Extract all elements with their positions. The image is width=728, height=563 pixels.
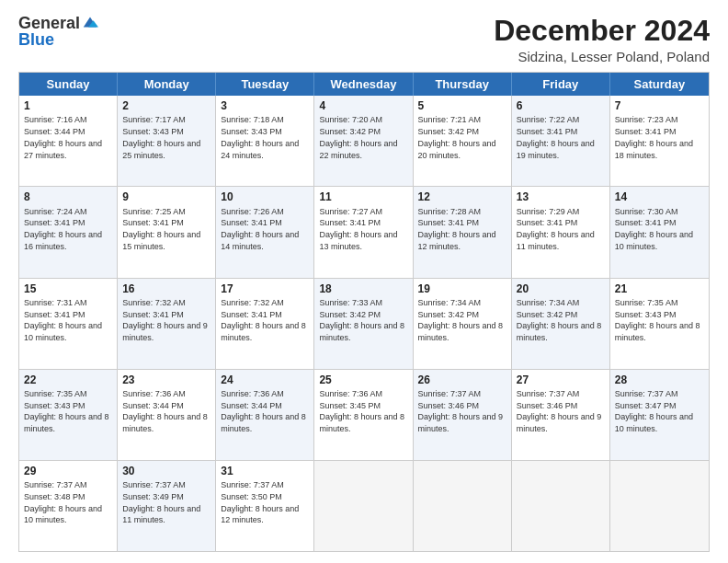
day-4: 4 Sunrise: 7:20 AM Sunset: 3:42 PM Dayli… bbox=[314, 96, 413, 186]
day-1: 1 Sunrise: 7:16 AM Sunset: 3:44 PM Dayli… bbox=[19, 96, 118, 186]
day-14: 14 Sunrise: 7:30 AM Sunset: 3:41 PM Dayl… bbox=[610, 187, 709, 277]
day-10: 10 Sunrise: 7:26 AM Sunset: 3:41 PM Dayl… bbox=[216, 187, 314, 277]
header-sunday: Sunday bbox=[19, 73, 118, 96]
day-5: 5 Sunrise: 7:21 AM Sunset: 3:42 PM Dayli… bbox=[414, 96, 512, 186]
week-row-3: 15 Sunrise: 7:31 AM Sunset: 3:41 PM Dayl… bbox=[19, 278, 709, 369]
location: Sidzina, Lesser Poland, Poland bbox=[494, 49, 710, 64]
title-block: December 2024 Sidzina, Lesser Poland, Po… bbox=[494, 15, 710, 64]
day-30: 30 Sunrise: 7:37 AM Sunset: 3:49 PM Dayl… bbox=[118, 461, 216, 551]
week-row-1: 1 Sunrise: 7:16 AM Sunset: 3:44 PM Dayli… bbox=[19, 96, 709, 186]
day-9: 9 Sunrise: 7:25 AM Sunset: 3:41 PM Dayli… bbox=[118, 187, 216, 277]
day-11: 11 Sunrise: 7:27 AM Sunset: 3:41 PM Dayl… bbox=[314, 187, 413, 277]
day-24: 24 Sunrise: 7:36 AM Sunset: 3:44 PM Dayl… bbox=[216, 370, 314, 460]
day-28: 28 Sunrise: 7:37 AM Sunset: 3:47 PM Dayl… bbox=[610, 370, 709, 460]
day-13: 13 Sunrise: 7:29 AM Sunset: 3:41 PM Dayl… bbox=[512, 187, 610, 277]
header-wednesday: Wednesday bbox=[314, 73, 413, 96]
day-18: 18 Sunrise: 7:33 AM Sunset: 3:42 PM Dayl… bbox=[314, 279, 413, 369]
day-2: 2 Sunrise: 7:17 AM Sunset: 3:43 PM Dayli… bbox=[118, 96, 216, 186]
week-row-4: 22 Sunrise: 7:35 AM Sunset: 3:43 PM Dayl… bbox=[19, 369, 709, 460]
day-31: 31 Sunrise: 7:37 AM Sunset: 3:50 PM Dayl… bbox=[216, 461, 314, 551]
logo-general: General bbox=[18, 15, 80, 31]
logo-icon bbox=[82, 14, 98, 30]
day-15: 15 Sunrise: 7:31 AM Sunset: 3:41 PM Dayl… bbox=[19, 279, 118, 369]
day-7: 7 Sunrise: 7:23 AM Sunset: 3:41 PM Dayli… bbox=[610, 96, 709, 186]
header-thursday: Thursday bbox=[414, 73, 512, 96]
day-8: 8 Sunrise: 7:24 AM Sunset: 3:41 PM Dayli… bbox=[19, 187, 118, 277]
day-1-text: Sunrise: 7:16 AM Sunset: 3:44 PM Dayligh… bbox=[24, 115, 102, 159]
logo-blue: Blue bbox=[18, 31, 98, 48]
day-26: 26 Sunrise: 7:37 AM Sunset: 3:46 PM Dayl… bbox=[414, 370, 512, 460]
page: General Blue December 2024 Sidzina, Less… bbox=[0, 0, 728, 563]
day-27: 27 Sunrise: 7:37 AM Sunset: 3:46 PM Dayl… bbox=[512, 370, 610, 460]
week-row-5: 29 Sunrise: 7:37 AM Sunset: 3:48 PM Dayl… bbox=[19, 460, 709, 551]
header-tuesday: Tuesday bbox=[216, 73, 314, 96]
logo: General Blue bbox=[18, 15, 98, 48]
month-title: December 2024 bbox=[494, 15, 710, 47]
header-monday: Monday bbox=[118, 73, 216, 96]
week-row-2: 8 Sunrise: 7:24 AM Sunset: 3:41 PM Dayli… bbox=[19, 186, 709, 277]
day-21: 21 Sunrise: 7:35 AM Sunset: 3:43 PM Dayl… bbox=[610, 279, 709, 369]
empty-1 bbox=[314, 461, 413, 551]
day-12: 12 Sunrise: 7:28 AM Sunset: 3:41 PM Dayl… bbox=[414, 187, 512, 277]
day-23: 23 Sunrise: 7:36 AM Sunset: 3:44 PM Dayl… bbox=[118, 370, 216, 460]
empty-2 bbox=[414, 461, 512, 551]
header: General Blue December 2024 Sidzina, Less… bbox=[18, 15, 710, 64]
calendar: Sunday Monday Tuesday Wednesday Thursday… bbox=[18, 72, 710, 552]
day-29: 29 Sunrise: 7:37 AM Sunset: 3:48 PM Dayl… bbox=[19, 461, 118, 551]
header-saturday: Saturday bbox=[610, 73, 709, 96]
day-6: 6 Sunrise: 7:22 AM Sunset: 3:41 PM Dayli… bbox=[512, 96, 610, 186]
day-num-1: 1 bbox=[24, 98, 112, 113]
header-friday: Friday bbox=[512, 73, 610, 96]
day-3: 3 Sunrise: 7:18 AM Sunset: 3:43 PM Dayli… bbox=[216, 96, 314, 186]
day-25: 25 Sunrise: 7:36 AM Sunset: 3:45 PM Dayl… bbox=[314, 370, 413, 460]
empty-3 bbox=[512, 461, 610, 551]
empty-4 bbox=[610, 461, 709, 551]
day-19: 19 Sunrise: 7:34 AM Sunset: 3:42 PM Dayl… bbox=[414, 279, 512, 369]
day-22: 22 Sunrise: 7:35 AM Sunset: 3:43 PM Dayl… bbox=[19, 370, 118, 460]
calendar-header: Sunday Monday Tuesday Wednesday Thursday… bbox=[19, 73, 709, 96]
day-20: 20 Sunrise: 7:34 AM Sunset: 3:42 PM Dayl… bbox=[512, 279, 610, 369]
day-16: 16 Sunrise: 7:32 AM Sunset: 3:41 PM Dayl… bbox=[118, 279, 216, 369]
calendar-body: 1 Sunrise: 7:16 AM Sunset: 3:44 PM Dayli… bbox=[19, 96, 709, 551]
day-17: 17 Sunrise: 7:32 AM Sunset: 3:41 PM Dayl… bbox=[216, 279, 314, 369]
